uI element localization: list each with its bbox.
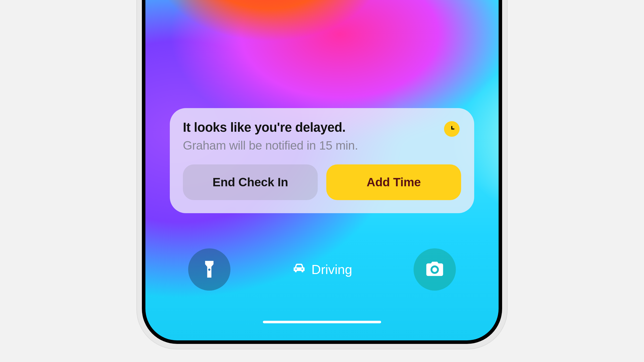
- notification-subtitle: Graham will be notified in 15 min.: [183, 139, 436, 152]
- notification-text-block: It looks like you're delayed. Graham wil…: [183, 120, 436, 152]
- checkin-notification: It looks like you're delayed. Graham wil…: [170, 108, 474, 213]
- flashlight-button[interactable]: [188, 248, 230, 291]
- camera-button[interactable]: [414, 248, 456, 291]
- camera-icon: [425, 259, 445, 280]
- flashlight-icon: [199, 259, 219, 280]
- phone-frame: It looks like you're delayed. Graham wil…: [136, 0, 508, 349]
- car-icon: [292, 261, 306, 278]
- notification-header: It looks like you're delayed. Graham wil…: [183, 120, 461, 152]
- focus-label: Driving: [311, 262, 352, 277]
- lock-screen-bottom-row: Driving: [145, 248, 499, 291]
- notification-buttons: End Check In Add Time: [183, 164, 461, 200]
- add-time-button[interactable]: Add Time: [326, 164, 461, 200]
- end-checkin-button[interactable]: End Check In: [183, 164, 318, 200]
- home-indicator[interactable]: [263, 321, 381, 323]
- phone-bezel: It looks like you're delayed. Graham wil…: [142, 0, 502, 344]
- notification-title: It looks like you're delayed.: [183, 120, 436, 135]
- lock-screen: It looks like you're delayed. Graham wil…: [145, 0, 499, 340]
- clock-icon: [444, 121, 460, 137]
- focus-status[interactable]: Driving: [292, 261, 352, 278]
